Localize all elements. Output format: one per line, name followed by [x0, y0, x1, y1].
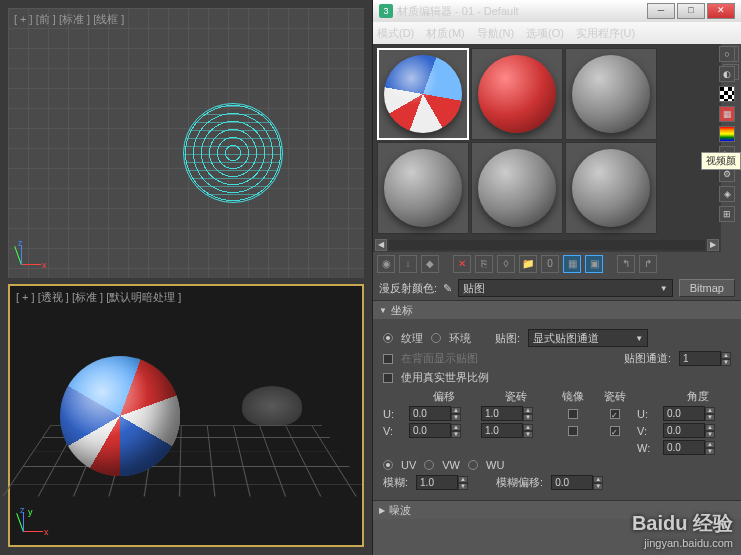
expand-icon: ▶ — [379, 506, 385, 515]
minimize-button[interactable]: ─ — [647, 3, 675, 19]
sample-slot-6[interactable] — [565, 142, 657, 234]
sample-sphere — [384, 55, 462, 133]
v-mirror-check[interactable] — [568, 426, 578, 436]
title-bar[interactable]: 3 材质编辑器 - 01 - Default ─ □ ✕ — [373, 0, 741, 22]
get-material-icon[interactable]: ◉ — [377, 255, 395, 273]
sample-uv-icon[interactable]: ▦ — [719, 106, 735, 122]
sample-sphere — [572, 55, 650, 133]
sample-slot-1[interactable] — [377, 48, 469, 140]
map-channel-spinner[interactable]: ▲▼ — [679, 351, 731, 366]
menu-options[interactable]: 选项(O) — [526, 26, 564, 41]
viewport-area: [ + ] [前 ] [标准 ] [线框 ] x z [ + ] [透视 ] [… — [0, 0, 372, 555]
sample-sphere — [572, 149, 650, 227]
v-offset-spinner[interactable]: ▲▼ — [409, 423, 479, 438]
u-tiling-spinner[interactable]: ▲▼ — [481, 406, 551, 421]
sample-slot-2[interactable] — [471, 48, 563, 140]
scroll-right[interactable]: ▶ — [707, 239, 719, 251]
watermark: Baidu 经验 jingyan.baidu.com — [632, 510, 733, 549]
make-copy-icon[interactable]: ⎘ — [475, 255, 493, 273]
tooltip: 视频颜 — [701, 152, 741, 170]
material-id-icon[interactable]: 0 — [541, 255, 559, 273]
collapse-icon: ▼ — [379, 306, 387, 315]
app-icon: 3 — [379, 4, 393, 18]
window-title: 材质编辑器 - 01 - Default — [397, 4, 519, 19]
u-tile-check[interactable] — [610, 409, 620, 419]
mapping-combo[interactable]: 显式贴图通道▼ — [528, 329, 648, 347]
sample-sphere — [384, 149, 462, 227]
menu-bar: 模式(D) 材质(M) 导航(N) 选项(O) 实用程序(U) — [373, 22, 741, 44]
viewport-persp-label[interactable]: [ + ] [透视 ] [标准 ] [默认明暗处理 ] — [16, 290, 181, 305]
sample-type-icon[interactable]: ○ — [719, 46, 735, 62]
uv-radio[interactable] — [383, 460, 393, 470]
reset-map-icon[interactable]: ✕ — [453, 255, 471, 273]
sample-sphere — [478, 149, 556, 227]
realworld-check[interactable] — [383, 373, 393, 383]
viewport-front-label[interactable]: [ + ] [前 ] [标准 ] [线框 ] — [14, 12, 124, 27]
go-forward-icon[interactable]: ↱ — [639, 255, 657, 273]
rendered-sphere[interactable] — [60, 356, 180, 476]
menu-util[interactable]: 实用程序(U) — [576, 26, 635, 41]
map-type-button[interactable]: Bitmap — [679, 279, 735, 297]
go-to-parent-icon[interactable]: ↰ — [617, 255, 635, 273]
axis-gizmo-persp: x y z — [18, 507, 48, 537]
menu-mode[interactable]: 模式(D) — [377, 26, 414, 41]
map-name-combo[interactable]: 贴图▼ — [458, 279, 673, 297]
sample-scrollbar[interactable]: ◀ ▶ — [373, 238, 721, 252]
menu-material[interactable]: 材质(M) — [426, 26, 465, 41]
background-icon[interactable] — [719, 86, 735, 102]
viewport-front[interactable]: [ + ] [前 ] [标准 ] [线框 ] x z — [8, 8, 364, 278]
material-editor: 3 材质编辑器 - 01 - Default ─ □ ✕ 模式(D) 材质(M)… — [372, 0, 741, 555]
blur-spinner[interactable]: ▲▼ — [416, 475, 468, 490]
sample-slot-5[interactable] — [471, 142, 563, 234]
coords-rollout: ▼ 坐标 纹理 环境 贴图: 显式贴图通道▼ 在背面显示贴图 贴图通道: ▲▼ … — [373, 300, 741, 500]
eyedropper-icon[interactable]: ✎ — [443, 282, 452, 295]
rendered-teapot[interactable] — [242, 386, 302, 426]
slot-layout-icon[interactable]: ⊞ — [719, 206, 735, 222]
put-to-library-icon[interactable]: 📁 — [519, 255, 537, 273]
u-angle-spinner[interactable]: ▲▼ — [663, 406, 733, 421]
wu-radio[interactable] — [468, 460, 478, 470]
backface-check[interactable] — [383, 354, 393, 364]
w-angle-spinner[interactable]: ▲▼ — [663, 440, 733, 455]
wireframe-sphere[interactable] — [183, 103, 283, 203]
video-color-icon[interactable] — [719, 126, 735, 142]
diffuse-label: 漫反射颜色: — [379, 281, 437, 296]
v-tiling-spinner[interactable]: ▲▼ — [481, 423, 551, 438]
scroll-left[interactable]: ◀ — [375, 239, 387, 251]
u-offset-spinner[interactable]: ▲▼ — [409, 406, 479, 421]
coords-rollout-header[interactable]: ▼ 坐标 — [373, 301, 741, 319]
vw-radio[interactable] — [424, 460, 434, 470]
sample-slot-4[interactable] — [377, 142, 469, 234]
u-mirror-check[interactable] — [568, 409, 578, 419]
show-end-result-icon[interactable]: ▣ — [585, 255, 603, 273]
axis-gizmo: x z — [16, 240, 46, 270]
material-name-bar: 漫反射颜色: ✎ 贴图▼ Bitmap — [373, 276, 741, 300]
blur-offset-spinner[interactable]: ▲▼ — [551, 475, 603, 490]
select-by-mat-icon[interactable]: ◈ — [719, 186, 735, 202]
v-tile-check[interactable] — [610, 426, 620, 436]
material-toolbar: ◉ ↓ ◆ ✕ ⎘ ◊ 📁 0 ▦ ▣ ↰ ↱ — [373, 252, 741, 276]
sample-sphere — [478, 55, 556, 133]
make-unique-icon[interactable]: ◊ — [497, 255, 515, 273]
close-button[interactable]: ✕ — [707, 3, 735, 19]
environ-radio[interactable] — [431, 333, 441, 343]
show-in-viewport-icon[interactable]: ▦ — [563, 255, 581, 273]
sample-slot-3[interactable] — [565, 48, 657, 140]
texture-radio[interactable] — [383, 333, 393, 343]
sample-slots — [373, 44, 721, 238]
maximize-button[interactable]: □ — [677, 3, 705, 19]
put-to-scene-icon[interactable]: ↓ — [399, 255, 417, 273]
viewport-perspective[interactable]: [ + ] [透视 ] [标准 ] [默认明暗处理 ] x y z — [8, 284, 364, 547]
assign-to-sel-icon[interactable]: ◆ — [421, 255, 439, 273]
menu-nav[interactable]: 导航(N) — [477, 26, 514, 41]
v-angle-spinner[interactable]: ▲▼ — [663, 423, 733, 438]
perspective-grid — [2, 425, 369, 496]
right-toolbar: ○ ◐ ▦ ▶ ⚙ ◈ ⊞ — [719, 46, 739, 222]
backlight-icon[interactable]: ◐ — [719, 66, 735, 82]
